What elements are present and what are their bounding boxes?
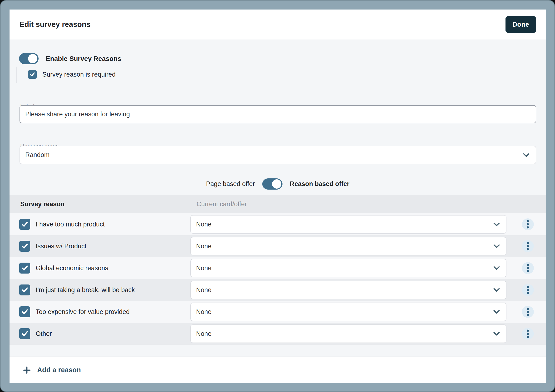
chevron-down-icon [493, 288, 500, 292]
checkmark-icon [21, 264, 28, 272]
reason-label: Too expensive for value provided [36, 301, 130, 323]
enable-survey-reasons-row: Enable Survey Reasons [19, 53, 121, 64]
offer-select[interactable]: None [190, 259, 506, 277]
table-row: Global economic reasons None [9, 257, 546, 279]
reason-label: Issues w/ Product [36, 235, 86, 257]
page-title: Edit survey reasons [20, 20, 90, 29]
plus-icon [23, 366, 31, 374]
enable-survey-reasons-toggle[interactable] [19, 53, 38, 64]
survey-reason-required-checkbox[interactable] [28, 70, 37, 79]
panel-footer: Add a reason [9, 357, 546, 383]
offer-select-value: None [196, 215, 212, 233]
app-window: Edit survey reasons Done Enable Survey R… [0, 0, 555, 392]
reason-based-offer-label: Reason based offer [290, 180, 350, 188]
vertical-dots-icon [526, 220, 529, 229]
table-row: I'm just taking a break, will be back No… [9, 279, 546, 301]
offer-select[interactable]: None [190, 237, 506, 256]
offer-select-value: None [196, 237, 212, 255]
column-header-survey-reason: Survey reason [20, 195, 65, 213]
reasons-order-select[interactable]: Random [20, 146, 536, 164]
add-reason-button[interactable]: Add a reason [23, 357, 81, 383]
reason-label: Global economic reasons [36, 257, 108, 279]
vertical-dots-icon [526, 285, 529, 294]
offer-select[interactable]: None [190, 324, 506, 343]
offer-select[interactable]: None [190, 303, 506, 321]
enable-survey-reasons-label: Enable Survey Reasons [46, 55, 121, 63]
offer-select-value: None [196, 281, 212, 299]
table-row: I have too much product None [9, 213, 546, 235]
column-header-current-card-offer: Current card/offer [197, 195, 247, 213]
offer-mode-toggle[interactable] [262, 178, 283, 190]
checkmark-icon [21, 243, 28, 250]
offer-select-value: None [196, 303, 212, 321]
checkmark-icon [29, 71, 35, 77]
offer-mode-row: Page based offer Reason based offer [9, 178, 546, 190]
row-menu-button[interactable] [522, 284, 534, 296]
row-menu-button[interactable] [522, 328, 534, 340]
table-header: Survey reason Current card/offer [9, 195, 546, 213]
vertical-dots-icon [526, 264, 529, 273]
offer-select[interactable]: None [190, 281, 506, 299]
reason-label: I'm just taking a break, will be back [36, 279, 135, 301]
row-menu-button[interactable] [522, 262, 534, 274]
row-menu-button[interactable] [522, 240, 534, 252]
reason-checkbox[interactable] [19, 263, 30, 274]
chevron-down-icon [493, 310, 500, 314]
chevron-down-icon [493, 266, 500, 270]
offer-select-value: None [196, 259, 212, 277]
page-based-offer-label: Page based offer [206, 180, 255, 188]
reason-checkbox[interactable] [19, 285, 30, 295]
panel-header: Edit survey reasons Done [9, 9, 546, 39]
toggle-knob [272, 179, 281, 189]
checkmark-icon [21, 286, 28, 293]
reason-label: Other [36, 323, 52, 345]
reasons-order-value: Random [25, 146, 50, 164]
survey-reason-required-label: Survey reason is required [42, 71, 116, 78]
offer-select[interactable]: None [190, 215, 506, 234]
done-button[interactable]: Done [505, 16, 536, 33]
offer-select-value: None [196, 325, 212, 342]
table-row: Issues w/ Product None [9, 235, 546, 257]
reason-checkbox[interactable] [19, 241, 30, 252]
reason-checkbox[interactable] [19, 328, 30, 339]
vertical-dots-icon [526, 307, 529, 316]
label-input[interactable] [20, 105, 536, 123]
checkmark-icon [21, 221, 28, 228]
row-menu-button[interactable] [522, 306, 534, 318]
reason-label: I have too much product [36, 213, 105, 235]
chevron-down-icon [523, 153, 530, 157]
reason-checkbox[interactable] [19, 306, 30, 317]
chevron-down-icon [493, 244, 500, 248]
chevron-down-icon [493, 222, 500, 226]
reason-checkbox[interactable] [19, 219, 30, 230]
chevron-down-icon [493, 332, 500, 336]
survey-reason-rows: I have too much product None Issues w/ P… [9, 213, 546, 345]
checkmark-icon [21, 330, 28, 337]
survey-reason-required-row: Survey reason is required [28, 70, 116, 79]
table-row: Other None [9, 323, 546, 345]
table-row: Too expensive for value provided None [9, 301, 546, 323]
indent-guide-line [16, 67, 17, 83]
edit-survey-reasons-panel: Edit survey reasons Done Enable Survey R… [9, 9, 546, 383]
checkmark-icon [21, 308, 28, 315]
vertical-dots-icon [526, 242, 529, 251]
row-menu-button[interactable] [522, 218, 534, 230]
vertical-dots-icon [526, 329, 529, 338]
toggle-knob [28, 54, 37, 63]
add-reason-label: Add a reason [37, 366, 81, 374]
